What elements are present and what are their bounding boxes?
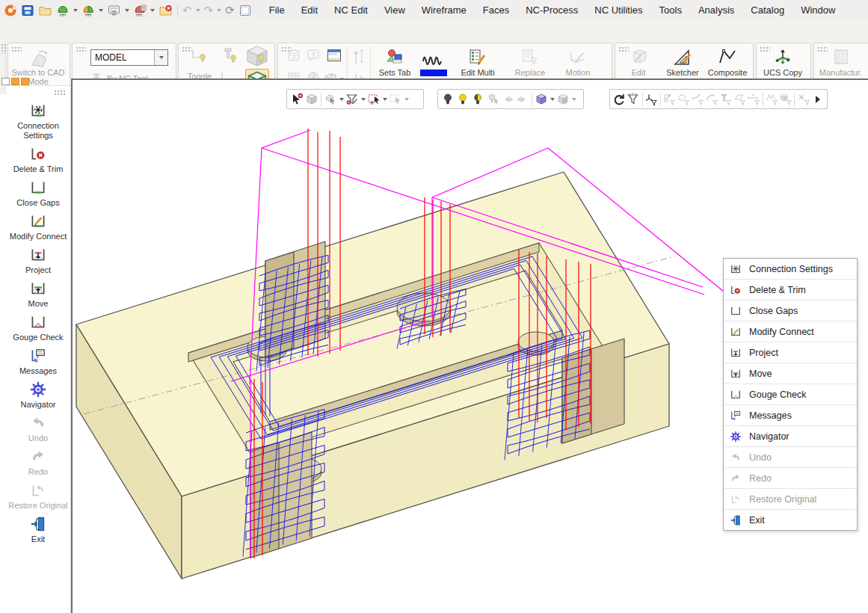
sidebar-item-label: Close Gaps xyxy=(16,198,59,208)
load-template-dropdown-icon[interactable] xyxy=(150,9,155,12)
composite-curve-icon xyxy=(716,47,739,68)
model-combobox[interactable]: MODEL xyxy=(90,49,168,66)
filter-threads-icon xyxy=(718,91,733,108)
display-mode-icon[interactable] xyxy=(534,91,549,108)
panel-chip-white xyxy=(1,78,10,85)
menu-edit[interactable]: Edit xyxy=(293,1,326,20)
filter-all-icon[interactable] xyxy=(627,91,641,108)
context-menu-item-exit[interactable]: Exit xyxy=(724,509,857,530)
context-menu-item-label: Exit xyxy=(749,515,765,526)
menu-file[interactable]: File xyxy=(261,1,293,20)
context-menu-item-modify-connect[interactable]: Modify Connect xyxy=(724,321,857,342)
context-menu-item-redo: Redo xyxy=(724,467,857,488)
model-combobox-arrow[interactable] xyxy=(154,50,167,65)
graphics-viewport[interactable]: A Connection SettingsDelete & TrimClose … xyxy=(71,78,868,613)
sidebar-item-redo: Redo xyxy=(7,446,70,477)
context-menu-item-connection-settings[interactable]: Connection Settings xyxy=(724,259,857,279)
sidebar-item-project[interactable]: Project xyxy=(7,244,70,275)
qat-separator xyxy=(177,4,178,17)
context-menu-item-gouge-check[interactable]: Gouge Check xyxy=(724,383,857,404)
ribbon: Switch to CAD Mode MODEL By NC Tool Togg… xyxy=(0,20,868,78)
load-model-dropdown-icon[interactable] xyxy=(73,9,78,12)
menu-tools[interactable]: Tools xyxy=(651,1,690,20)
menu-nc-process[interactable]: NC-Process xyxy=(517,1,586,20)
svg-text:?: ? xyxy=(311,51,315,58)
selection-toolbar xyxy=(286,89,424,109)
open-file-icon[interactable] xyxy=(37,2,54,19)
cad-mode-icon xyxy=(25,47,51,68)
pick-face-dropdown-icon[interactable] xyxy=(338,91,345,108)
customize-list-icon[interactable] xyxy=(237,2,253,19)
window-layout-icon[interactable] xyxy=(327,49,342,65)
context-menu-item-navigator[interactable]: Navigator xyxy=(724,425,857,446)
context-menu-item-close-gaps[interactable]: Close Gaps xyxy=(724,300,857,321)
toolbar-separator xyxy=(321,93,321,106)
screen-layout-dropdown-icon[interactable] xyxy=(125,9,129,12)
redo-icon: ↷ xyxy=(203,2,215,19)
replace-template-icon xyxy=(520,47,540,68)
filter-dimensions-icon: A xyxy=(747,91,761,108)
display-mode-dropdown-icon[interactable] xyxy=(549,91,555,108)
previous-select-dropdown-icon xyxy=(403,91,410,108)
show-entities-icon[interactable] xyxy=(455,91,470,108)
context-menu-item-messages[interactable]: Messages xyxy=(724,404,857,425)
sidebar-item-connection-settings[interactable]: Connection Settings xyxy=(7,99,70,141)
load-template-icon[interactable]: HH xyxy=(132,2,148,19)
context-menu-item-label: Messages xyxy=(749,410,792,421)
close-file-icon[interactable] xyxy=(157,2,174,19)
menu-faces[interactable]: Faces xyxy=(475,1,517,20)
sidebar-drag-handle[interactable] xyxy=(54,90,67,96)
sidebar-item-gouge-check[interactable]: Gouge Check xyxy=(7,311,70,342)
reset-filter-icon[interactable] xyxy=(612,91,627,108)
sidebar-item-modify-connect[interactable]: Modify Connect xyxy=(7,210,70,241)
delete-trim-icon xyxy=(729,283,742,297)
load-model-icon[interactable]: HH xyxy=(55,2,71,19)
sidebar-item-exit[interactable]: Exit xyxy=(7,513,70,544)
delete-trim-icon xyxy=(28,143,48,164)
save-icon[interactable] xyxy=(19,2,36,19)
context-menu-item-delete-trim[interactable]: Delete & Trim xyxy=(724,279,857,300)
help-balloon-icon: ? xyxy=(307,49,320,65)
menu-analysis[interactable]: Analysis xyxy=(690,1,742,20)
pick-face-icon[interactable] xyxy=(323,91,338,108)
sidebar-item-close-gaps[interactable]: Close Gaps xyxy=(7,176,70,208)
load-process-dropdown-icon[interactable] xyxy=(99,9,103,12)
menu-catalog[interactable]: Catalog xyxy=(742,1,792,20)
sidebar-item-navigator[interactable]: Navigator xyxy=(7,378,70,410)
rectangle-select-icon[interactable] xyxy=(366,91,381,108)
menu-view[interactable]: View xyxy=(376,1,413,20)
regenerate-icon[interactable]: ⟳ xyxy=(224,2,236,19)
sidebar-item-delete-trim[interactable]: Delete & Trim xyxy=(7,143,70,174)
sidebar-item-messages[interactable]: Messages xyxy=(7,345,70,376)
undo-dropdown-icon xyxy=(196,9,200,12)
show-partial-icon[interactable] xyxy=(470,91,485,108)
selection-filter-dropdown-icon[interactable] xyxy=(360,91,366,108)
menu-nc-edit[interactable]: NC Edit xyxy=(326,1,376,20)
toolbar-overflow-icon[interactable] xyxy=(810,91,825,108)
filter-ucs-icon[interactable] xyxy=(644,91,659,108)
messages-icon xyxy=(729,409,742,422)
context-menu-item-label: Close Gaps xyxy=(749,306,798,316)
screen-layout-icon[interactable]: HH xyxy=(105,2,123,19)
menu-wireframe[interactable]: Wireframe xyxy=(413,1,475,20)
menu-nc-utilities[interactable]: NC Utilities xyxy=(586,1,650,20)
svg-text:HH: HH xyxy=(60,12,66,16)
sidebar-item-label: Project xyxy=(25,265,51,275)
rectangle-select-dropdown-icon[interactable] xyxy=(381,91,388,108)
hide-entities-icon[interactable] xyxy=(440,91,455,108)
svg-text:A: A xyxy=(751,93,754,97)
selection-filter-icon[interactable] xyxy=(345,91,360,108)
sidebar-item-label: Messages xyxy=(19,366,57,376)
select-entities-icon[interactable] xyxy=(289,91,304,108)
sidebar-item-move[interactable]: Move xyxy=(7,277,70,309)
context-menu-item-label: Redo xyxy=(749,473,772,484)
menu-window[interactable]: Window xyxy=(792,1,843,20)
exit-icon xyxy=(28,513,48,535)
app-logo-icon xyxy=(2,2,19,19)
load-process-icon[interactable]: HH xyxy=(80,2,96,19)
context-menu-item-project[interactable]: Project xyxy=(724,342,857,363)
sidebar-item-restore-original: Restore Original xyxy=(7,479,70,511)
project-icon xyxy=(729,346,742,360)
sidebar-item-label: Move xyxy=(28,299,49,309)
context-menu-item-move[interactable]: Move xyxy=(724,363,857,383)
